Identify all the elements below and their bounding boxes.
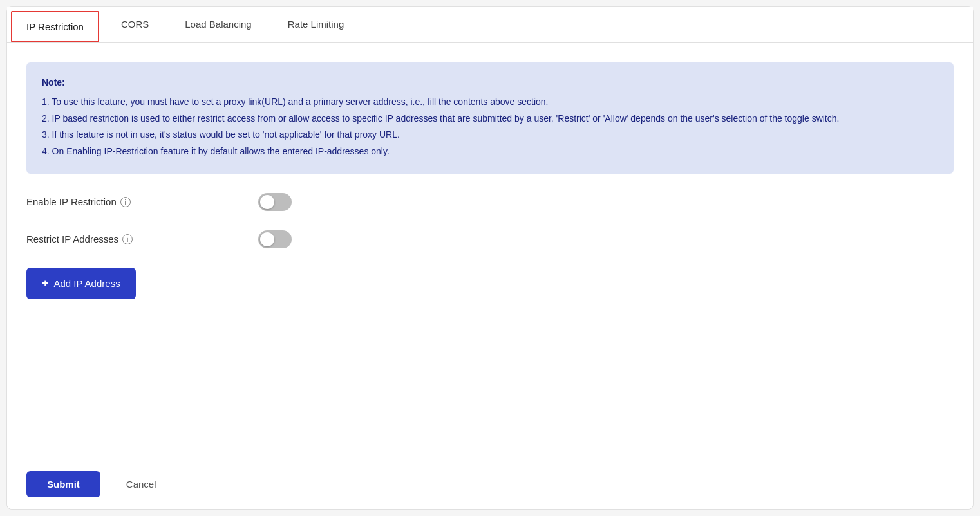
add-ip-address-section: + Add IP Address	[26, 268, 954, 312]
add-ip-address-button[interactable]: + Add IP Address	[26, 268, 136, 299]
tab-load-balancing[interactable]: Load Balancing	[167, 7, 269, 42]
tab-ip-restriction[interactable]: IP Restriction	[11, 11, 99, 42]
enable-ip-restriction-label: Enable IP Restriction i	[26, 196, 168, 207]
tab-cors[interactable]: CORS	[103, 7, 167, 42]
enable-ip-restriction-row: Enable IP Restriction i	[26, 193, 954, 211]
note-title: Note:	[42, 75, 938, 91]
enable-ip-restriction-toggle[interactable]	[258, 193, 292, 211]
restrict-ip-addresses-slider[interactable]	[258, 230, 292, 248]
note-box: Note: 1. To use this feature, you must h…	[26, 62, 954, 174]
submit-button[interactable]: Submit	[26, 471, 100, 497]
enable-ip-restriction-info-icon[interactable]: i	[120, 197, 131, 207]
restrict-ip-addresses-toggle[interactable]	[258, 230, 292, 248]
add-ip-address-label: Add IP Address	[54, 278, 120, 289]
cancel-button[interactable]: Cancel	[111, 471, 172, 497]
restrict-ip-addresses-info-icon[interactable]: i	[122, 234, 133, 244]
content-area: Note: 1. To use this feature, you must h…	[7, 43, 973, 459]
note-line-2: 2. IP based restriction is used to eithe…	[42, 111, 938, 127]
content-spacer	[26, 312, 954, 446]
bottom-bar: Submit Cancel	[7, 459, 973, 509]
plus-icon: +	[42, 277, 49, 290]
tab-bar: IP Restriction CORS Load Balancing Rate …	[7, 7, 973, 43]
tab-rate-limiting[interactable]: Rate Limiting	[270, 7, 363, 42]
enable-ip-restriction-slider[interactable]	[258, 193, 292, 211]
main-container: IP Restriction CORS Load Balancing Rate …	[6, 6, 974, 510]
note-line-1: 1. To use this feature, you must have to…	[42, 95, 938, 110]
note-line-3: 3. If this feature is not in use, it's s…	[42, 127, 938, 143]
note-line-4: 4. On Enabling IP-Restriction feature it…	[42, 144, 938, 160]
restrict-ip-addresses-row: Restrict IP Addresses i	[26, 230, 954, 248]
restrict-ip-addresses-label: Restrict IP Addresses i	[26, 234, 168, 244]
